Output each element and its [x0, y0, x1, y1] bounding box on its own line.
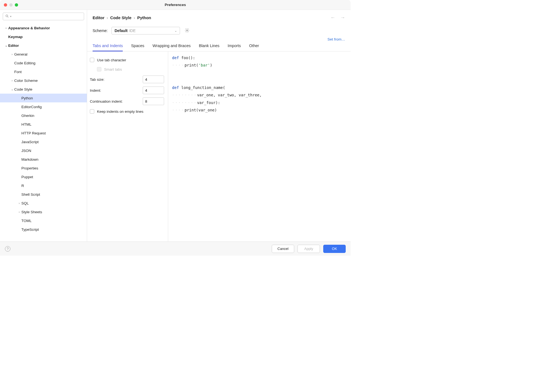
scheme-label: Scheme:	[93, 28, 108, 33]
breadcrumb-python: Python	[137, 15, 151, 20]
sidebar-item-http-request[interactable]: HTTP Request	[0, 129, 87, 137]
sidebar-item-shell-script[interactable]: Shell Script	[0, 190, 87, 199]
breadcrumb-editor[interactable]: Editor	[93, 15, 104, 20]
window-minimize-icon	[9, 3, 13, 7]
sidebar-item-label: Properties	[21, 166, 38, 170]
apply-button: Apply	[297, 245, 320, 253]
sidebar-item-label: SQL	[21, 201, 29, 205]
help-icon: ?	[7, 247, 8, 251]
sidebar-item-label: JavaScript	[21, 140, 39, 144]
chevron-right-icon: ›	[10, 79, 14, 82]
svg-point-2	[187, 30, 188, 31]
tabs-indents-form: Use tab character Smart tabs Tab size: I…	[87, 51, 168, 241]
help-button[interactable]: ?	[5, 246, 10, 252]
sidebar-item-toml[interactable]: TOML	[0, 216, 87, 225]
sidebar-item-label: Python	[21, 96, 33, 100]
svg-line-1	[8, 16, 8, 17]
tab-spaces[interactable]: Spaces	[131, 44, 144, 51]
set-from-link[interactable]: Set from…	[327, 37, 345, 41]
svg-point-0	[6, 15, 8, 17]
chevron-right-icon: ›	[17, 211, 21, 214]
tab-imports[interactable]: Imports	[228, 44, 241, 51]
sidebar-item-label: EditorConfig	[21, 105, 42, 109]
chevron-down-icon: ⌄	[10, 88, 14, 91]
dropdown-indicator-icon: ▾	[10, 15, 12, 18]
keep-indents-label: Keep indents on empty lines	[97, 109, 164, 114]
sidebar-item-label: R	[21, 184, 24, 188]
indent-label: Indent:	[90, 88, 143, 93]
chevron-right-icon: ›	[10, 53, 14, 56]
sidebar-item-color-scheme[interactable]: ›Color Scheme	[0, 76, 87, 85]
scheme-settings-button[interactable]	[184, 27, 190, 34]
window-title: Preferences	[0, 3, 351, 7]
window-zoom-icon[interactable]	[15, 3, 18, 7]
sidebar-item-javascript[interactable]: JavaScript	[0, 137, 87, 146]
sidebar-item-label: TOML	[21, 219, 32, 223]
sidebar-item-sql[interactable]: ›SQL	[0, 199, 87, 207]
chevron-down-icon: ⌄	[174, 29, 177, 33]
tab-blank-lines[interactable]: Blank Lines	[199, 44, 219, 51]
sidebar-item-label: Gherkin	[21, 114, 34, 118]
use-tab-checkbox[interactable]	[90, 58, 94, 62]
use-tab-label: Use tab character	[97, 58, 164, 62]
sidebar-item-style-sheets[interactable]: ›Style Sheets	[0, 207, 87, 216]
tab-size-input[interactable]	[143, 76, 164, 83]
sidebar-item-gherkin[interactable]: Gherkin	[0, 111, 87, 120]
sidebar-item-r[interactable]: R	[0, 181, 87, 190]
sidebar-search[interactable]: ▾	[3, 13, 84, 20]
sidebar-item-label: General	[14, 52, 27, 56]
sidebar-item-label: Appearance & Behavior	[8, 26, 50, 30]
sidebar-item-puppet[interactable]: Puppet	[0, 172, 87, 181]
search-input[interactable]	[13, 15, 82, 19]
scheme-tag: IDE	[129, 28, 136, 33]
keep-indents-checkbox[interactable]	[90, 109, 94, 114]
code-preview: def foo(): ····print('bar') def long_fun…	[168, 51, 351, 241]
sidebar-item-font[interactable]: Font	[0, 67, 87, 76]
sidebar-item-label: Markdown	[21, 157, 38, 162]
sidebar-item-editorconfig[interactable]: EditorConfig	[0, 102, 87, 111]
tab-wrapping-and-braces[interactable]: Wrapping and Braces	[153, 44, 191, 51]
scheme-value: Default	[115, 28, 127, 33]
chevron-right-icon: ›	[134, 15, 135, 20]
sidebar-item-label: HTTP Request	[21, 131, 46, 135]
sidebar-item-label: Font	[14, 70, 22, 74]
sidebar-item-label: Color Scheme	[14, 79, 38, 83]
chevron-right-icon: ›	[17, 202, 21, 205]
sidebar-item-keymap[interactable]: Keymap	[0, 32, 87, 41]
sidebar-item-python[interactable]: Python	[0, 94, 87, 102]
forward-icon[interactable]: →	[340, 15, 345, 21]
sidebar-item-properties[interactable]: Properties	[0, 164, 87, 172]
sidebar-item-label: HTML	[21, 122, 32, 126]
sidebar-item-code-editing[interactable]: Code Editing	[0, 59, 87, 67]
sidebar-item-typescript[interactable]: TypeScript	[0, 225, 87, 234]
back-icon[interactable]: ←	[330, 15, 335, 21]
continuation-indent-input[interactable]	[143, 97, 164, 105]
sidebar-item-label: Code Style	[14, 87, 32, 91]
sidebar: ▾ ›Appearance & BehaviorKeymap⌄Editor›Ge…	[0, 10, 87, 241]
sidebar-item-label: Shell Script	[21, 192, 40, 197]
chevron-down-icon: ⌄	[4, 44, 8, 47]
sidebar-item-editor[interactable]: ⌄Editor	[0, 41, 87, 50]
tab-tabs-and-indents[interactable]: Tabs and Indents	[93, 44, 123, 51]
sidebar-item-json[interactable]: JSON	[0, 146, 87, 155]
tab-other[interactable]: Other	[249, 44, 259, 51]
sidebar-item-label: JSON	[21, 149, 31, 153]
indent-input[interactable]	[143, 87, 164, 94]
ok-button[interactable]: OK	[323, 245, 346, 253]
scheme-select[interactable]: Default IDE ⌄	[111, 27, 180, 34]
cancel-button[interactable]: Cancel	[272, 245, 294, 253]
sidebar-item-markdown[interactable]: Markdown	[0, 155, 87, 164]
sidebar-item-label: Code Editing	[14, 61, 35, 65]
breadcrumb: Editor › Code Style › Python	[93, 15, 151, 20]
window-close-icon[interactable]	[4, 3, 7, 7]
chevron-right-icon: ›	[4, 27, 8, 30]
sidebar-item-general[interactable]: ›General	[0, 50, 87, 59]
continuation-indent-label: Continuation indent:	[90, 99, 143, 103]
tab-size-label: Tab size:	[90, 77, 143, 82]
sidebar-item-code-style[interactable]: ⌄Code Style	[0, 85, 87, 94]
search-icon	[5, 14, 9, 19]
sidebar-item-html[interactable]: HTML	[0, 120, 87, 129]
breadcrumb-codestyle[interactable]: Code Style	[110, 15, 131, 20]
sidebar-item-appearance-behavior[interactable]: ›Appearance & Behavior	[0, 24, 87, 32]
smart-tabs-label: Smart tabs	[104, 67, 164, 71]
